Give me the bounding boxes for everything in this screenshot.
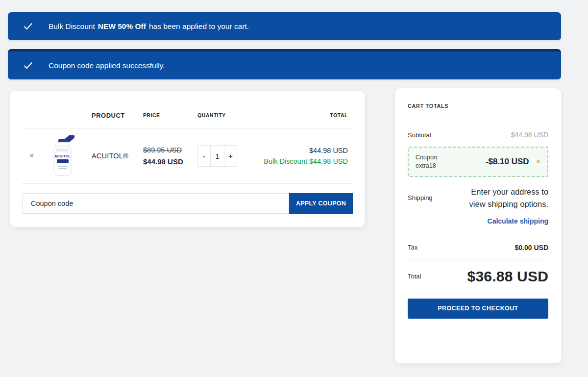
coupon-code-label: Coupon: extra18 xyxy=(416,153,439,170)
coupon-code-input[interactable] xyxy=(22,193,289,214)
calculate-shipping-link[interactable]: Calculate shipping xyxy=(408,217,548,225)
price-cell: $89.95 USD $44.98 USD xyxy=(143,146,197,166)
divider xyxy=(408,236,548,236)
shipping-row: Shipping Enter your address to view ship… xyxy=(408,186,548,210)
grand-total-value: $36.88 USD xyxy=(467,268,548,285)
price-current: $44.98 USD xyxy=(143,157,197,166)
bulk-discount-banner: Bulk DiscountNEW 50% Offhas been applied… xyxy=(8,12,561,40)
divider xyxy=(408,259,548,259)
quantity-increase-button[interactable]: + xyxy=(224,145,237,167)
header-product: PRODUCT xyxy=(92,112,143,119)
price-original: $89.95 USD xyxy=(143,146,197,154)
item-total: $44.98 USD xyxy=(256,147,348,154)
applied-coupon-box: Coupon: extra18 -$8.10 USD × xyxy=(408,147,548,177)
cart-totals-card: CART TOTALS Subtotal $44.98 USD Coupon: … xyxy=(395,88,561,363)
coupon-value-group: -$8.10 USD × xyxy=(486,157,540,167)
svg-text:ACUITOL: ACUITOL xyxy=(54,154,71,158)
banner-text: Bulk DiscountNEW 50% Offhas been applied… xyxy=(49,22,249,31)
remove-coupon-icon[interactable]: × xyxy=(536,157,540,166)
remove-item-icon[interactable]: × xyxy=(22,151,43,160)
header-quantity: QUANTITY xyxy=(197,112,256,118)
quantity-decrease-button[interactable]: - xyxy=(197,145,211,167)
cart-item-row: × ACUITOL ACUITOL® $89.95 USD $44.98 USD… xyxy=(22,128,353,184)
cart-totals-title: CART TOTALS xyxy=(408,103,548,109)
coupon-code: extra18 xyxy=(416,162,439,170)
check-icon xyxy=(24,62,33,69)
quantity-stepper: - 1 + xyxy=(197,145,256,167)
product-name[interactable]: ACUITOL® xyxy=(92,152,143,160)
banner-text-prefix: Bulk Discount xyxy=(49,22,95,30)
coupon-discount-value: -$8.10 USD xyxy=(486,157,529,167)
check-icon xyxy=(24,23,33,30)
subtotal-row: Subtotal $44.98 USD xyxy=(408,131,548,139)
total-cell: $44.98 USD Bulk Discount $44.98 USD xyxy=(256,147,353,165)
header-price: PRICE xyxy=(143,112,197,118)
banner-text-suffix: has been applied to your cart. xyxy=(149,22,249,30)
coupon-form: APPLY COUPON xyxy=(22,193,353,214)
banner-text-bold: NEW 50% Off xyxy=(98,22,146,30)
grand-total-row: Total $36.88 USD xyxy=(408,268,548,285)
coupon-label: Coupon: xyxy=(416,153,439,162)
shipping-message: Enter your address to view shipping opti… xyxy=(458,186,548,210)
apply-coupon-button[interactable]: APPLY COUPON xyxy=(289,193,353,214)
coupon-applied-banner: Coupon code applied successfully. xyxy=(8,49,561,79)
shipping-label: Shipping xyxy=(408,194,433,201)
divider xyxy=(408,116,548,116)
tax-value: $0.00 USD xyxy=(515,244,548,251)
item-discount-note: Bulk Discount $44.98 USD xyxy=(256,157,348,165)
header-total: TOTAL xyxy=(256,112,353,118)
tax-label: Tax xyxy=(408,244,417,251)
grand-total-label: Total xyxy=(408,273,421,280)
proceed-to-checkout-button[interactable]: PROCEED TO CHECKOUT xyxy=(408,299,548,319)
tax-row: Tax $0.00 USD xyxy=(408,244,548,251)
quantity-value[interactable]: 1 xyxy=(211,145,224,167)
cart-card: PRODUCT PRICE QUANTITY TOTAL × ACUITOL A… xyxy=(10,91,365,227)
banner-text: Coupon code applied successfully. xyxy=(49,61,165,70)
subtotal-label: Subtotal xyxy=(408,131,431,139)
cart-table-header: PRODUCT PRICE QUANTITY TOTAL xyxy=(22,102,353,128)
product-image: ACUITOL xyxy=(43,135,92,176)
subtotal-value: $44.98 USD xyxy=(511,131,548,139)
